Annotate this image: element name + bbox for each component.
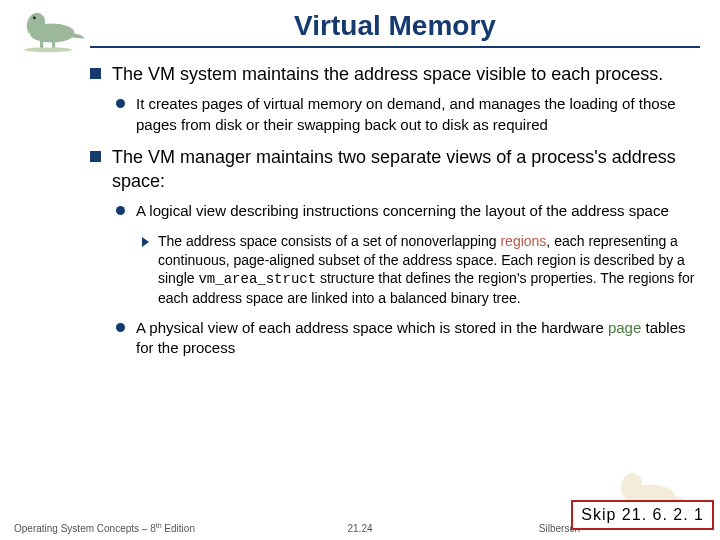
slide-title: Virtual Memory <box>90 10 700 42</box>
footer-slide-number: 21.24 <box>347 523 372 534</box>
bullet-level1: The VM manager maintains two separate vi… <box>90 145 700 194</box>
title-underline <box>90 46 700 48</box>
text-fragment: The address space consists of a set of n… <box>158 233 500 249</box>
bullet-level2: A physical view of each address space wh… <box>116 318 700 359</box>
svg-rect-2 <box>40 39 43 49</box>
bullet-level2: A logical view describing instructions c… <box>116 201 700 221</box>
footer-text: Edition <box>162 523 195 534</box>
footer-left: Operating System Concepts – 8th Edition <box>14 522 195 534</box>
footer-text: Operating System Concepts – 8 <box>14 523 156 534</box>
slide-content: The VM system maintains the address spac… <box>90 62 700 359</box>
svg-rect-3 <box>52 39 55 49</box>
highlight-regions: regions <box>500 233 546 249</box>
dinosaur-logo <box>8 4 88 54</box>
svg-point-1 <box>33 16 36 19</box>
highlight-page: page <box>608 319 641 336</box>
slide: Virtual Memory The VM system maintains t… <box>0 0 720 540</box>
svg-point-4 <box>24 47 72 52</box>
bullet-level3: The address space consists of a set of n… <box>142 232 700 309</box>
bullet-level2: It creates pages of virtual memory on de… <box>116 94 700 135</box>
skip-annotation: Skip 21. 6. 2. 1 <box>571 500 714 530</box>
code-text: vm_area_struct <box>198 271 316 287</box>
bullet-level1: The VM system maintains the address spac… <box>90 62 700 86</box>
text-fragment: A physical view of each address space wh… <box>136 319 608 336</box>
